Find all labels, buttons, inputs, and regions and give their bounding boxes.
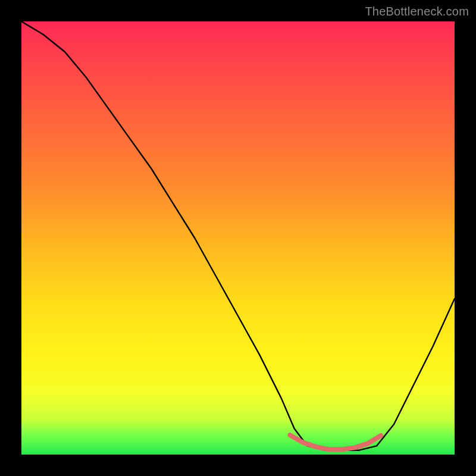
watermark-label: TheBottleneck.com — [365, 5, 469, 18]
optimal-band-path — [290, 435, 381, 449]
chart-stage: TheBottleneck.com — [0, 0, 476, 476]
bottleneck-curve-path — [21, 21, 455, 450]
plot-area — [21, 21, 455, 455]
curve-layer — [21, 21, 455, 455]
